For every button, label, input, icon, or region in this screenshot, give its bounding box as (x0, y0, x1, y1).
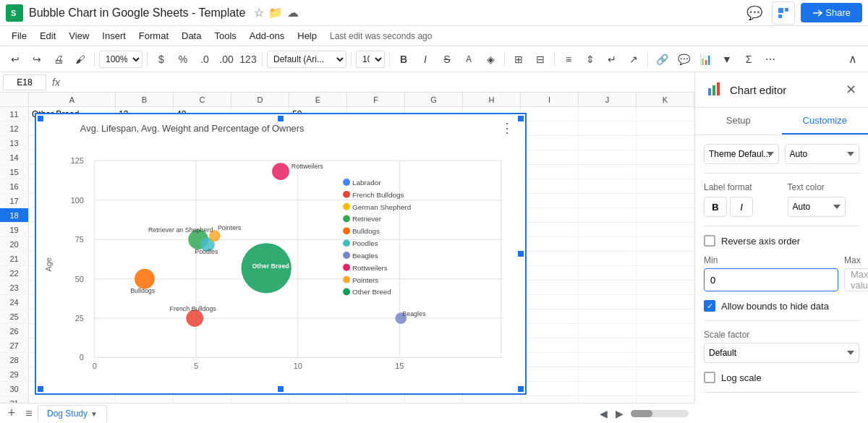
chart-handle-mr[interactable] (518, 251, 524, 257)
menu-edit[interactable]: Edit (34, 29, 61, 43)
text-color-button[interactable]: A (459, 50, 478, 69)
cell-I17[interactable] (521, 194, 579, 208)
tab-customize[interactable]: Customize (782, 108, 869, 134)
cell-K27[interactable] (637, 338, 694, 352)
cell-K31[interactable] (637, 396, 694, 403)
cell-I16[interactable] (521, 179, 579, 193)
chart-handle-tm[interactable] (278, 116, 284, 121)
borders-button[interactable]: ⊞ (509, 50, 528, 69)
cell-K29[interactable] (637, 367, 694, 381)
cell-J30[interactable] (579, 382, 637, 396)
menu-tools[interactable]: Tools (208, 29, 242, 43)
cell-K13[interactable] (637, 136, 694, 150)
menu-data[interactable]: Data (176, 29, 207, 43)
cell-C31[interactable] (174, 396, 231, 403)
cell-I11[interactable] (521, 107, 579, 121)
cell-K25[interactable] (637, 309, 694, 323)
cell-J19[interactable] (579, 223, 637, 236)
cell-J15[interactable] (579, 165, 637, 179)
bold-format-button[interactable]: B (704, 197, 727, 217)
cell-J18[interactable] (579, 208, 637, 222)
text-color-select[interactable]: Auto (788, 197, 846, 217)
menu-insert[interactable]: Insert (96, 29, 132, 43)
font-select[interactable]: Default (Ari... (267, 51, 346, 68)
cell-I28[interactable] (521, 353, 579, 367)
cell-K30[interactable] (637, 382, 694, 396)
chart-handle-br[interactable] (518, 386, 524, 392)
col-C[interactable]: C (174, 93, 231, 106)
cell-J13[interactable] (579, 136, 637, 150)
cell-K11[interactable] (637, 107, 694, 121)
wrap-button[interactable]: ↵ (603, 50, 621, 69)
col-E[interactable]: E (289, 93, 347, 106)
undo-button[interactable]: ↩ (6, 50, 25, 69)
recent-button[interactable] (772, 1, 795, 25)
cell-K15[interactable] (637, 165, 694, 179)
theme-select[interactable]: Theme Defaul... (704, 144, 779, 164)
cell-K12[interactable] (637, 121, 694, 135)
cell-J24[interactable] (579, 295, 637, 309)
cell-E31[interactable] (289, 396, 347, 403)
chart-handle-tr[interactable] (518, 116, 524, 121)
folder-icon[interactable]: 📁 (268, 6, 283, 20)
cell-K18[interactable] (637, 208, 694, 222)
col-K[interactable]: K (637, 93, 694, 106)
menu-file[interactable]: File (6, 29, 33, 43)
cell-I14[interactable] (521, 150, 579, 164)
cell-I27[interactable] (521, 338, 579, 352)
currency-button[interactable]: $ (152, 50, 171, 69)
chart-wrapper[interactable]: ⋮ Avg. Lifespan, Avg. Weight and Percent… (35, 113, 527, 395)
star-icon[interactable]: ☆ (254, 6, 264, 20)
chart-handle-bm[interactable] (278, 386, 284, 392)
chart-menu-button[interactable]: ⋮ (501, 120, 514, 136)
cell-I25[interactable] (521, 309, 579, 323)
decimal-increase-button[interactable]: .00 (217, 50, 236, 69)
rotation-button[interactable]: ↗ (624, 50, 643, 69)
cell-I19[interactable] (521, 223, 579, 236)
col-B[interactable]: B (116, 93, 174, 106)
col-A[interactable]: A (29, 93, 116, 106)
formula-input[interactable] (66, 77, 692, 87)
min-input[interactable] (704, 268, 838, 291)
zoom-select[interactable]: 100% (99, 51, 142, 68)
italic-button[interactable]: I (416, 50, 435, 69)
cell-K24[interactable] (637, 295, 694, 309)
cell-H31[interactable] (463, 396, 521, 403)
menu-format[interactable]: Format (133, 29, 174, 43)
v-align-button[interactable]: ⇕ (581, 50, 600, 69)
paint-format-button[interactable]: 🖌 (71, 50, 90, 69)
cell-K22[interactable] (637, 266, 694, 280)
cell-J27[interactable] (579, 338, 637, 352)
cell-I15[interactable] (521, 165, 579, 179)
merge-button[interactable]: ⊟ (531, 50, 550, 69)
col-J[interactable]: J (579, 93, 637, 106)
chart-button[interactable]: 📊 (696, 50, 715, 69)
cell-K28[interactable] (637, 353, 694, 367)
cell-G31[interactable] (405, 396, 463, 403)
functions-button[interactable]: Σ (739, 50, 758, 69)
col-H[interactable]: H (463, 93, 521, 106)
log-scale-checkbox[interactable] (704, 372, 715, 383)
cell-I31[interactable] (521, 396, 579, 403)
cell-K16[interactable] (637, 179, 694, 193)
cell-K23[interactable] (637, 281, 694, 294)
redo-button[interactable]: ↪ (27, 50, 46, 69)
auto-select[interactable]: Auto (785, 144, 860, 164)
menu-addons[interactable]: Add-ons (244, 29, 290, 43)
format-123-button[interactable]: 123 (239, 50, 258, 69)
menu-help[interactable]: Help (292, 29, 323, 43)
scale-factor-select[interactable]: Default (704, 343, 859, 363)
cell-J28[interactable] (579, 353, 637, 367)
strikethrough-button[interactable]: S (438, 50, 456, 69)
reverse-axis-checkbox[interactable] (704, 235, 715, 247)
cell-J12[interactable] (579, 121, 637, 135)
col-I[interactable]: I (521, 93, 579, 106)
chart-handle-tl[interactable] (38, 116, 43, 121)
fill-color-button[interactable]: ◈ (481, 50, 500, 69)
col-G[interactable]: G (405, 93, 463, 106)
menu-view[interactable]: View (63, 29, 95, 43)
cell-I26[interactable] (521, 324, 579, 338)
decimal-decrease-button[interactable]: .0 (195, 50, 214, 69)
size-select[interactable]: 10 (356, 51, 385, 68)
cell-K21[interactable] (637, 252, 694, 265)
